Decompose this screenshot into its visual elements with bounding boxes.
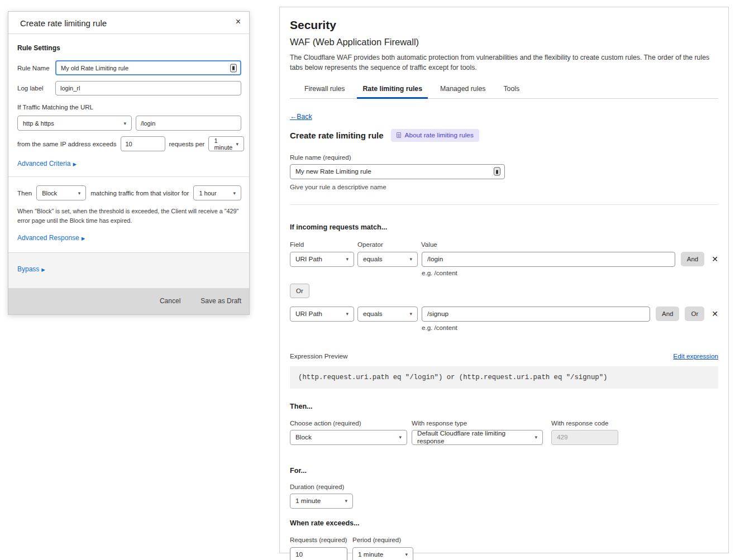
- then-controls: Choose action (required) Block ▾ With re…: [290, 419, 718, 445]
- tab-firewall-rules[interactable]: Firewall rules: [299, 83, 350, 99]
- scheme-select[interactable]: http & https ▾: [17, 116, 132, 131]
- period-select[interactable]: 1 minute ▾: [208, 136, 244, 151]
- disclosure-triangle-icon: ▶: [82, 236, 85, 241]
- disclosure-triangle-icon: ▶: [41, 267, 45, 272]
- close-icon[interactable]: ×: [235, 16, 242, 27]
- bypass-section: Bypass ▶: [8, 252, 249, 288]
- requests-count-input[interactable]: [290, 547, 347, 560]
- chevron-down-icon: ▾: [534, 434, 537, 440]
- expression-preview-header: Expression Preview Edit expression: [290, 352, 718, 360]
- match-section-heading: If incoming requests match...: [290, 223, 718, 231]
- duration-label: Duration (required): [290, 483, 718, 490]
- back-link[interactable]: ←Back: [290, 113, 312, 121]
- ban-duration-select[interactable]: 1 hour ▾: [193, 185, 241, 200]
- log-label-input[interactable]: [55, 81, 241, 95]
- period-label: Period (required): [352, 536, 401, 543]
- rule-name-input[interactable]: [55, 60, 241, 75]
- autofill-icon[interactable]: [494, 167, 500, 176]
- chevron-down-icon: ▾: [78, 190, 81, 196]
- chevron-down-icon: ▾: [405, 552, 408, 557]
- then-text: Then: [17, 190, 32, 197]
- period-select[interactable]: 1 minute ▾: [352, 547, 413, 560]
- rule-name-input[interactable]: [290, 164, 505, 179]
- save-as-draft-button[interactable]: Save as Draft: [201, 297, 241, 305]
- modal-header: Create rate limiting rule ×: [8, 12, 249, 34]
- value-input[interactable]: [422, 307, 650, 322]
- field-select[interactable]: URI Path ▾: [290, 252, 354, 267]
- remove-condition-icon[interactable]: ✕: [712, 309, 718, 318]
- rate-section-heading: When rate exceeds...: [290, 519, 718, 527]
- tab-rate-limiting-rules[interactable]: Rate limiting rules: [357, 83, 428, 99]
- chevron-down-icon: ▾: [346, 256, 349, 262]
- chevron-down-icon: ▾: [346, 311, 349, 317]
- requests-per-text: requests per: [169, 141, 205, 147]
- chevron-down-icon: ▾: [345, 498, 347, 504]
- action-select[interactable]: Block ▾: [36, 185, 86, 200]
- tab-managed-rules[interactable]: Managed rules: [435, 83, 491, 99]
- chevron-down-icon: ▾: [236, 141, 238, 147]
- threshold-row: from the same IP address exceeds request…: [17, 136, 241, 151]
- document-icon: [397, 132, 401, 138]
- rule-name-label: Rule Name: [17, 65, 55, 71]
- and-condition-button[interactable]: And: [656, 307, 679, 321]
- rule-name-row: Rule Name: [17, 60, 241, 75]
- then-section-heading: Then...: [290, 403, 718, 410]
- response-code-input: [551, 430, 618, 445]
- waf-tabs: Firewall rules Rate limiting rules Manag…: [290, 83, 718, 99]
- operator-column-label: Operator: [357, 241, 421, 248]
- page-description: The Cloudflare WAF provides both automat…: [290, 52, 718, 73]
- chevron-down-icon: ▾: [123, 121, 126, 126]
- value-column-label: Value: [421, 241, 437, 248]
- rule-name-helper: Give your rule a descriptive name: [290, 183, 718, 190]
- operator-select[interactable]: equals ▾: [357, 252, 418, 267]
- about-rate-limiting-rules-badge[interactable]: About rate limiting rules: [391, 129, 479, 142]
- value-input[interactable]: [422, 252, 675, 267]
- section-divider: [290, 204, 718, 205]
- expression-code: (http.request.uri.path eq "/login") or (…: [290, 366, 718, 389]
- page-title: Security: [290, 18, 718, 32]
- autofill-icon[interactable]: [230, 64, 237, 72]
- modal-body: Rule Settings Rule Name Log label If Tra…: [8, 34, 249, 243]
- security-waf-page: Security WAF (Web Application Firewall) …: [279, 7, 729, 553]
- disclosure-triangle-icon: ▶: [73, 161, 77, 167]
- create-rule-heading-row: Create rate limiting rule About rate lim…: [290, 129, 718, 142]
- action-row: Then Block ▾ matching traffic from that …: [17, 185, 241, 200]
- log-label-row: Log label: [17, 81, 241, 95]
- modal-title: Create rate limiting rule: [20, 16, 107, 28]
- page-subtitle: WAF (Web Application Firewall): [290, 37, 718, 47]
- field-select[interactable]: URI Path ▾: [290, 307, 354, 322]
- traffic-match-label: If Traffic Matching the URL: [17, 104, 241, 111]
- operator-select[interactable]: equals ▾: [357, 307, 418, 322]
- remove-condition-icon[interactable]: ✕: [712, 255, 718, 264]
- condition-row: URI Path ▾ equals ▾ And ✕: [290, 252, 718, 267]
- advanced-response-link[interactable]: Advanced Response ▶: [17, 234, 85, 242]
- requests-count-input[interactable]: [121, 136, 165, 151]
- cancel-button[interactable]: Cancel: [160, 297, 180, 305]
- back-arrow-icon: ←: [290, 113, 297, 121]
- chevron-down-icon: ▾: [409, 256, 412, 262]
- url-pattern-input[interactable]: [136, 116, 241, 131]
- field-column-label: Field: [290, 241, 357, 248]
- edit-expression-link[interactable]: Edit expression: [673, 352, 718, 360]
- chevron-down-icon: ▾: [399, 434, 402, 440]
- or-condition-button[interactable]: Or: [685, 307, 704, 321]
- matching-traffic-text: matching traffic from that visitor for: [90, 190, 189, 197]
- or-connector-button[interactable]: Or: [290, 284, 309, 298]
- modal-divider: [8, 176, 249, 177]
- rate-column-labels: Requests (required) Period (required): [290, 536, 718, 543]
- duration-select[interactable]: 1 minute ▾: [290, 494, 353, 509]
- choose-action-label: Choose action (required): [290, 419, 407, 427]
- choose-action-select[interactable]: Block ▾: [290, 430, 407, 445]
- bypass-link[interactable]: Bypass ▶: [17, 265, 45, 273]
- exceeds-text: from the same IP address exceeds: [17, 141, 117, 147]
- rule-settings-heading: Rule Settings: [17, 44, 241, 52]
- expression-preview-label: Expression Preview: [290, 352, 348, 360]
- tab-tools[interactable]: Tools: [498, 83, 525, 99]
- response-type-label: With response type: [412, 419, 543, 427]
- response-type-select[interactable]: Default Cloudflare rate limiting respons…: [412, 430, 543, 445]
- value-helper: e.g. /content: [422, 269, 718, 276]
- advanced-criteria-link[interactable]: Advanced Criteria ▶: [17, 160, 77, 167]
- and-condition-button[interactable]: And: [681, 252, 704, 266]
- url-match-row: http & https ▾: [17, 116, 241, 131]
- response-code-label: With response code: [551, 419, 618, 427]
